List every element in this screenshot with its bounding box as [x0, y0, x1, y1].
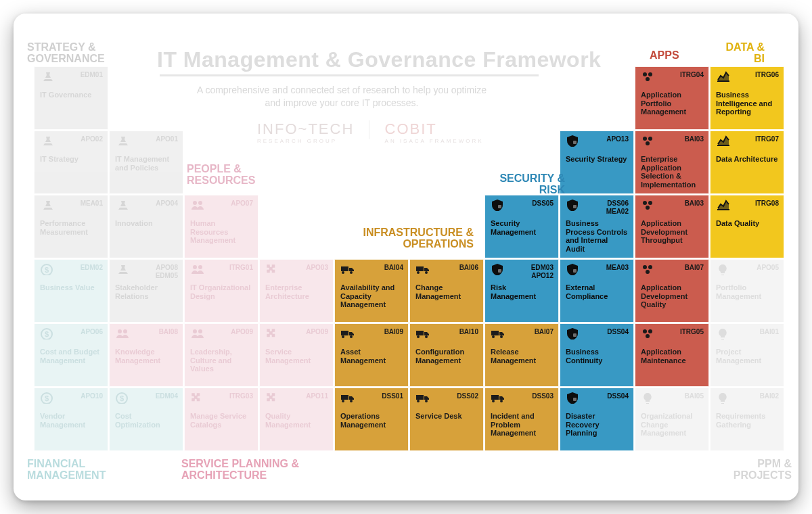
cell-APO13[interactable]: APO13Security Strategy — [560, 131, 634, 194]
cell-label: Business Intelligence and Reporting — [716, 91, 778, 116]
bulb-icon — [715, 327, 731, 340]
dollar-icon — [39, 327, 55, 340]
cell-code: BAI08 — [159, 328, 178, 336]
cell-code: ITRG05 — [680, 328, 704, 336]
cell-label: Security Strategy — [566, 155, 628, 164]
chess-icon — [114, 263, 131, 275]
cell-DSS01[interactable]: DSS01Operations Management — [334, 388, 409, 451]
cell-EDM03-APO12[interactable]: EDM03APO12Risk Management — [484, 259, 559, 323]
cell-label: Organizational Change Management — [641, 412, 703, 438]
cell-label: Enterprise Architecture — [265, 283, 328, 300]
cell-label: Disaster Recovery Planning — [566, 412, 628, 438]
cell-label: Business Process Controls and Internal A… — [566, 219, 628, 254]
category-strategy: STRATEGY & GOVERNANCE — [27, 42, 129, 65]
cell-DSS02[interactable]: DSS02Service Desk — [409, 388, 484, 451]
cell-APO01[interactable]: APO01IT Management and Policies — [109, 131, 183, 194]
cell-code: ITRG03 — [229, 392, 253, 400]
cell-code: MEA03 — [606, 264, 629, 272]
cell-APO10[interactable]: APO10Vendor Management — [34, 388, 108, 451]
cell-code: APO01 — [156, 135, 178, 143]
cell-BAI03[interactable]: BAI03Application Development Throughput — [635, 195, 709, 258]
people-icon — [189, 263, 206, 275]
cell-DSS04[interactable]: DSS04Business Continuity — [560, 323, 634, 387]
category-data: DATA & BI — [717, 42, 765, 65]
cell-label: Application Development Quality — [641, 283, 703, 309]
shield-icon — [490, 263, 506, 275]
cell-code: APO11 — [306, 392, 328, 400]
cell-code: BAI10 — [459, 328, 478, 336]
cell-APO05[interactable]: APO05Portfolio Management — [710, 259, 784, 323]
cell-APO02[interactable]: APO02IT Strategy — [34, 131, 108, 194]
cell-ITRG05[interactable]: ITRG05Application Maintenance — [635, 323, 709, 387]
cog3-icon — [640, 199, 656, 211]
cell-code: APO03 — [306, 264, 328, 272]
cell-APO03[interactable]: APO03Enterprise Architecture — [259, 259, 334, 323]
cell-code: BAI06 — [459, 264, 478, 272]
cell-code: EDM01 — [81, 71, 103, 79]
cell-ITRG08[interactable]: ITRG08Data Quality — [710, 195, 784, 258]
cell-code: APO04 — [156, 200, 178, 208]
cell-BAI05[interactable]: BAI05Organizational Change Management — [635, 388, 709, 451]
cell-label: Service Desk — [415, 412, 478, 421]
cell-ITRG06[interactable]: ITRG06Business Intelligence and Reportin… — [710, 66, 784, 130]
cell-BAI08[interactable]: BAI08Knowledge Management — [109, 323, 183, 387]
cell-code: DSS01 — [382, 392, 403, 400]
cell-ITRG07[interactable]: ITRG07Data Architecture — [710, 131, 784, 194]
cell-DSS06-MEA02[interactable]: DSS06MEA02Business Process Controls and … — [560, 195, 634, 258]
truck-icon — [415, 392, 431, 404]
cell-code: BAI01 — [760, 328, 779, 336]
cell-BAI06[interactable]: BAI06Change Management — [409, 259, 484, 323]
cell-BAI10[interactable]: BAI10Configuration Management — [409, 323, 484, 387]
cell-label: Enterprise Application Selection & Imple… — [641, 155, 703, 189]
people-icon — [114, 327, 131, 340]
puzzle-icon — [265, 392, 281, 404]
cell-label: Performance Measurement — [40, 219, 102, 236]
cell-BAI09[interactable]: BAI09Asset Management — [334, 323, 409, 387]
cell-BAI07[interactable]: BAI07Release Management — [484, 323, 559, 387]
cell-code: BAI04 — [384, 264, 403, 272]
category-financial: FINANCIAL MANAGEMENT — [27, 459, 142, 482]
cell-ITRG03[interactable]: ITRG03Manage Service Catalogs — [184, 388, 258, 451]
cell-code: APO10 — [81, 392, 103, 400]
category-people: PEOPLE & RESOURCES — [187, 164, 275, 187]
truck-icon — [340, 263, 356, 275]
cell-ITRG01[interactable]: ITRG01IT Organizational Design — [184, 259, 258, 323]
shield-icon — [565, 199, 581, 211]
cell-label: Vendor Management — [40, 412, 102, 429]
cell-APO11[interactable]: APO11Quality Management — [259, 388, 334, 451]
cell-APO08-EDM05[interactable]: APO08EDM05Stakeholder Relations — [109, 259, 183, 323]
cell-label: External Compliance — [566, 283, 628, 300]
cell-label: Quality Management — [265, 412, 328, 429]
cog3-icon — [640, 327, 656, 340]
dollar-icon — [39, 263, 55, 275]
cell-BAI07[interactable]: BAI07Application Development Quality — [635, 259, 709, 323]
cell-DSS05[interactable]: DSS05Security Management — [484, 195, 559, 258]
cell-BAI04[interactable]: BAI04Availability and Capacity Managemen… — [334, 259, 409, 323]
cell-code: ITRG06 — [755, 71, 779, 79]
cell-EDM01[interactable]: EDM01IT Governance — [34, 66, 108, 130]
cell-APO09[interactable]: APO09Leadership, Culture and Values — [184, 323, 258, 387]
cell-EDM02[interactable]: EDM02Business Value — [34, 259, 108, 323]
cell-ITRG04[interactable]: ITRG04Application Portfolio Management — [635, 66, 709, 130]
cell-label: Application Maintenance — [641, 348, 703, 365]
cell-DSS04[interactable]: DSS04Disaster Recovery Planning — [560, 388, 634, 451]
cell-APO09[interactable]: APO09Service Management — [259, 323, 334, 387]
cell-EDM04[interactable]: EDM04Cost Optimization — [109, 388, 183, 451]
cell-BAI03[interactable]: BAI03Enterprise Application Selection & … — [635, 131, 709, 194]
cell-APO07[interactable]: APO07Human Resources Management — [184, 195, 258, 258]
cell-code: MEA01 — [81, 200, 103, 208]
shield-icon — [565, 263, 581, 275]
cell-BAI01[interactable]: BAI01Project Management — [710, 323, 784, 387]
cell-MEA01[interactable]: MEA01Performance Measurement — [34, 195, 108, 258]
cell-APO06[interactable]: APO06Cost and Budget Management — [34, 323, 108, 387]
framework-grid: EDM01IT GovernanceAPO02IT StrategyAPO01I… — [27, 27, 785, 487]
puzzle-icon — [265, 263, 281, 275]
cell-BAI02[interactable]: BAI02Requirements Gathering — [710, 388, 784, 451]
cell-code: EDM04 — [156, 392, 178, 400]
cell-APO04[interactable]: APO04Innovation — [109, 195, 183, 258]
cell-label: Change Management — [415, 283, 478, 300]
cell-DSS03[interactable]: DSS03Incident and Problem Management — [484, 388, 559, 451]
cell-label: Application Development Throughput — [641, 219, 703, 245]
cell-MEA03[interactable]: MEA03External Compliance — [560, 259, 634, 323]
bulb-icon — [640, 392, 656, 404]
